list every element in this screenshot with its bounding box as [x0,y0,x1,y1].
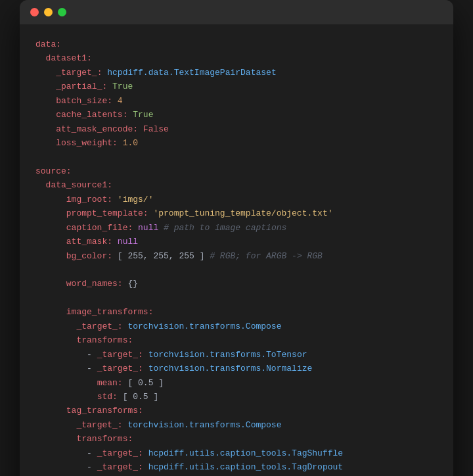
code-editor-window: data: dataset1: _target_: hcpdiff.data.T… [20,0,453,476]
close-button[interactable] [30,8,39,16]
maximize-button[interactable] [58,8,66,16]
code-content: data: dataset1: _target_: hcpdiff.data.T… [20,24,453,476]
titlebar [20,0,453,24]
minimize-button[interactable] [44,8,53,16]
